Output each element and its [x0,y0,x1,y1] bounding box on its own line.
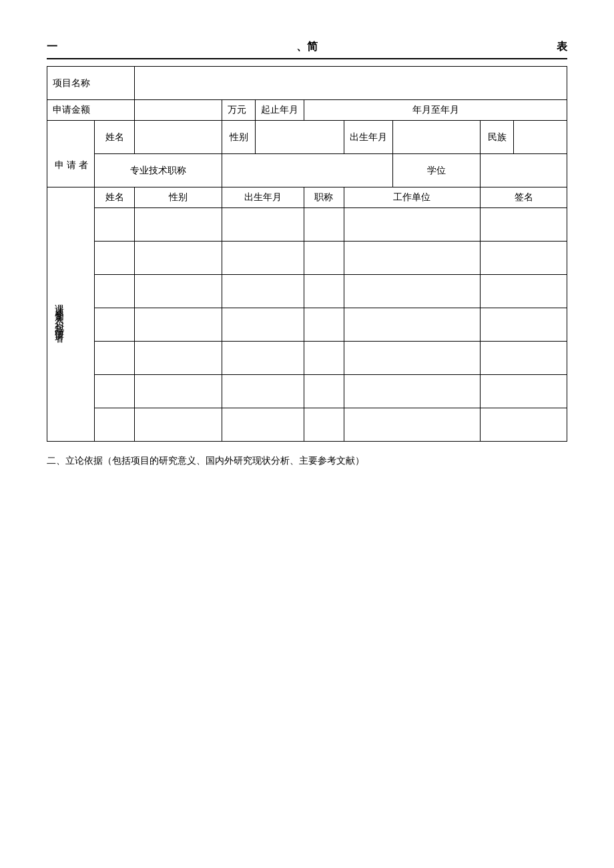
section-two: 二、立论依据（包括项目的研究意义、国内外研究现状分析、主要参考文献） [47,455,567,467]
p5-name [95,342,135,375]
p2-unit [344,242,480,275]
p4-name [95,308,135,342]
participant-row-7 [47,408,567,442]
main-table: 项目名称 申请金额 万元 起止年月 年月至年月 申请者 姓名 性别 出生年月 民… [47,66,567,442]
name-label: 姓名 [95,121,135,154]
degree-value [480,154,567,187]
p6-unit [344,375,480,408]
p1-gender [135,208,222,242]
participants-label: 课题参加人员（包括申请者） [47,187,95,442]
p1-birth [222,208,304,242]
section-two-content-area [47,467,567,667]
p3-sign [481,275,567,308]
participants-header-row: 课题参加人员（包括申请者） 姓名 性别 出生年月 职称 工作单位 签名 [47,187,567,208]
p5-title [304,342,344,375]
participant-row-6 [47,375,567,408]
gender-value [256,121,344,154]
p6-title [304,375,344,408]
p2-birth [222,242,304,275]
p6-sign [481,375,567,408]
ph-title: 职称 [304,187,344,208]
header-right: 表 [394,40,567,54]
amount-label: 申请金额 [47,100,135,121]
project-name-row: 项目名称 [47,67,567,100]
p7-sign [481,408,567,442]
ph-birth: 出生年月 [222,187,304,208]
p3-title [304,275,344,308]
p4-unit [344,308,480,342]
ph-unit: 工作单位 [344,187,480,208]
header-left: 一 [47,40,220,54]
nation-value [514,121,567,154]
page-header: 一 、简 表 [47,40,567,59]
ph-gender: 性别 [135,187,222,208]
participant-row-3 [47,275,567,308]
p1-sign [481,208,567,242]
participant-row-2 [47,242,567,275]
p7-name [95,408,135,442]
p4-gender [135,308,222,342]
p2-sign [481,242,567,275]
p2-gender [135,242,222,275]
tech-title-label: 专业技术职称 [95,154,222,187]
name-value [135,121,222,154]
tech-title-value [222,154,392,187]
p5-gender [135,342,222,375]
p6-birth [222,375,304,408]
header-center: 、简 [220,40,394,54]
amount-value [135,100,222,121]
ph-name: 姓名 [95,187,135,208]
applicant-info-row: 申请者 姓名 性别 出生年月 民族 [47,121,567,154]
amount-unit: 万元 [222,100,256,121]
participant-row-5 [47,342,567,375]
p4-sign [481,308,567,342]
date-label: 起止年月 [256,100,304,121]
p2-title [304,242,344,275]
p4-title [304,308,344,342]
amount-row: 申请金额 万元 起止年月 年月至年月 [47,100,567,121]
title-degree-row: 专业技术职称 学位 [47,154,567,187]
p1-title [304,208,344,242]
p6-name [95,375,135,408]
nation-label: 民族 [481,121,514,154]
p3-birth [222,275,304,308]
p6-gender [135,375,222,408]
p5-birth [222,342,304,375]
p4-birth [222,308,304,342]
participant-row-1 [47,208,567,242]
p7-title [304,408,344,442]
project-name-label: 项目名称 [47,67,135,100]
ph-sign: 签名 [481,187,567,208]
p2-name [95,242,135,275]
p1-unit [344,208,480,242]
gender-label: 性别 [222,121,256,154]
birth-value [392,121,480,154]
p3-name [95,275,135,308]
degree-label: 学位 [392,154,480,187]
p3-unit [344,275,480,308]
applicant-label: 申请者 [47,121,95,187]
date-value: 年月至年月 [304,100,567,121]
birth-label: 出生年月 [344,121,392,154]
p7-gender [135,408,222,442]
section-two-title: 二、立论依据（包括项目的研究意义、国内外研究现状分析、主要参考文献） [47,456,364,466]
p3-gender [135,275,222,308]
p7-unit [344,408,480,442]
project-name-value [135,67,567,100]
p1-name [95,208,135,242]
p7-birth [222,408,304,442]
p5-unit [344,342,480,375]
participant-row-4 [47,308,567,342]
p5-sign [481,342,567,375]
